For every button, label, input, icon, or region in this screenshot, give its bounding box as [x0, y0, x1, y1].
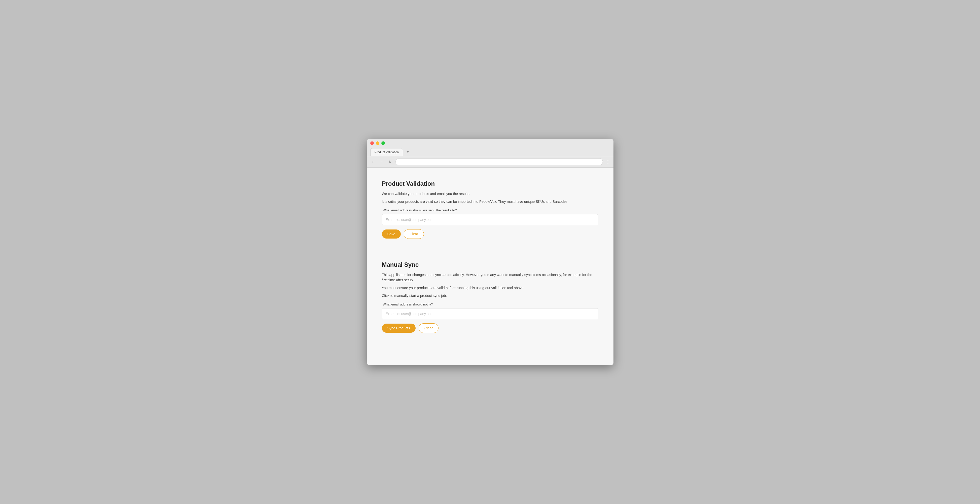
sync-button-row: Sync Products Clear [382, 323, 598, 333]
manual-sync-desc1: This app listens for changes and syncs a… [382, 272, 598, 283]
browser-menu-button[interactable]: ⋮ [606, 159, 610, 164]
sync-email-label: What email address should notify? [382, 302, 598, 306]
page-content: Product Validation We can validate your … [367, 168, 614, 365]
validation-clear-button[interactable]: Clear [404, 229, 424, 239]
address-bar[interactable] [396, 158, 603, 165]
traffic-lights [370, 142, 610, 145]
tab-bar: Product Validation + [370, 148, 610, 156]
save-button[interactable]: Save [382, 229, 401, 238]
fullscreen-button-icon[interactable] [381, 142, 385, 145]
product-validation-section: Product Validation We can validate your … [382, 180, 598, 239]
manual-sync-section: Manual Sync This app listens for changes… [382, 261, 598, 333]
sync-clear-button[interactable]: Clear [418, 323, 439, 333]
manual-sync-desc3: Click to manually start a product sync j… [382, 293, 598, 299]
address-bar-row: ← → ↻ ⋮ [367, 156, 614, 168]
product-validation-desc1: We can validate your products and email … [382, 191, 598, 197]
close-button-icon[interactable] [370, 142, 374, 145]
tab-label: Product Validation [375, 151, 399, 154]
product-validation-title: Product Validation [382, 180, 598, 187]
forward-button[interactable]: → [379, 159, 384, 164]
validation-button-row: Save Clear [382, 229, 598, 239]
sync-email-input[interactable] [382, 308, 598, 319]
validation-email-input[interactable] [382, 214, 598, 225]
back-button[interactable]: ← [370, 159, 376, 164]
product-validation-desc2: It is critial your products are valid so… [382, 199, 598, 204]
browser-tab[interactable]: Product Validation [370, 148, 403, 156]
sync-products-button[interactable]: Sync Products [382, 324, 415, 333]
manual-sync-title: Manual Sync [382, 261, 598, 268]
browser-window: Product Validation + ← → ↻ ⋮ Product Val… [367, 139, 614, 365]
new-tab-button[interactable]: + [404, 148, 411, 156]
validation-email-label: What email address should we send the re… [382, 208, 598, 212]
minimize-button-icon[interactable] [376, 142, 379, 145]
manual-sync-desc2: You must ensure your products are valid … [382, 285, 598, 291]
refresh-button[interactable]: ↻ [387, 159, 393, 164]
browser-chrome: Product Validation + [367, 139, 614, 156]
